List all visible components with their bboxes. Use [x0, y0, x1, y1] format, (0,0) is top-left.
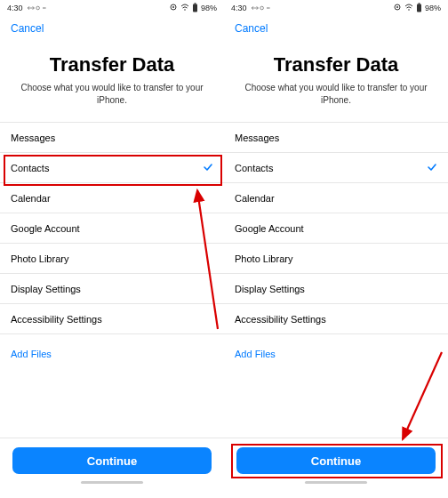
svg-point-8 [396, 6, 398, 8]
add-files-button[interactable]: Add Files [224, 334, 448, 359]
title-block: Transfer Data Choose what you would like… [224, 36, 448, 122]
list-item-calendar[interactable]: Calendar [224, 182, 448, 213]
list-item-accessibility-settings[interactable]: Accessibility Settings [224, 303, 448, 334]
list-item-messages[interactable]: Messages [0, 122, 224, 152]
list-label: Display Settings [11, 284, 81, 294]
list-item-photo-library[interactable]: Photo Library [0, 243, 224, 273]
list-label: Photo Library [11, 253, 68, 264]
page-title: Transfer Data [238, 53, 434, 76]
status-right: 98% [169, 3, 217, 14]
list-label: Google Account [235, 223, 304, 234]
wifi-icon [180, 3, 189, 13]
svg-point-3 [184, 9, 186, 11]
battery-icon [192, 3, 198, 14]
add-files-button[interactable]: Add Files [0, 334, 224, 359]
home-indicator [81, 481, 143, 484]
list-label: Messages [235, 133, 279, 143]
header: Cancel [0, 16, 224, 36]
battery-pct: 98% [201, 4, 217, 12]
wifi-icon [404, 3, 413, 13]
list-item-accessibility-settings[interactable]: Accessibility Settings [0, 303, 224, 334]
continue-button[interactable]: Continue [12, 447, 212, 474]
home-indicator [305, 481, 367, 484]
page-subtitle: Choose what you would like to transfer t… [238, 82, 434, 106]
list-label: Accessibility Settings [11, 314, 102, 325]
phone-screen-right: 4:30 [224, 0, 448, 498]
list-label: Accessibility Settings [235, 314, 326, 325]
status-left: 4:30 [231, 4, 272, 12]
header: Cancel [224, 16, 448, 36]
list-label: Calendar [235, 193, 275, 204]
svg-rect-4 [193, 4, 197, 12]
list-label: Calendar [11, 193, 51, 204]
checkmark-icon [427, 162, 437, 174]
status-bar: 4:30 [224, 0, 448, 16]
title-block: Transfer Data Choose what you would like… [0, 36, 224, 122]
list-item-messages[interactable]: Messages [224, 122, 448, 152]
list-label: Contacts [235, 163, 273, 173]
list-item-display-settings[interactable]: Display Settings [0, 273, 224, 303]
battery-pct: 98% [425, 4, 441, 12]
svg-point-2 [172, 6, 174, 8]
status-time: 4:30 [231, 4, 247, 12]
footer: Continue [0, 438, 224, 498]
list-label: Contacts [11, 163, 49, 173]
svg-rect-5 [194, 3, 196, 4]
status-right: 98% [393, 3, 441, 14]
list-label: Messages [11, 133, 55, 143]
status-left: 4:30 [7, 4, 48, 12]
list-item-display-settings[interactable]: Display Settings [224, 273, 448, 303]
footer: Continue [224, 438, 448, 498]
cancel-button[interactable]: Cancel [11, 22, 44, 35]
continue-button[interactable]: Continue [236, 447, 436, 474]
status-bar: 4:30 [0, 0, 224, 16]
cancel-button[interactable]: Cancel [235, 22, 268, 35]
checkmark-icon [203, 162, 213, 174]
status-net-icons [251, 4, 272, 12]
svg-point-9 [408, 9, 410, 11]
eye-icon [169, 3, 178, 13]
list-label: Google Account [11, 223, 80, 234]
transfer-list: Messages Contacts Calendar Google Accoun… [0, 122, 224, 334]
list-label: Photo Library [235, 253, 292, 264]
svg-rect-6 [260, 6, 263, 10]
list-item-photo-library[interactable]: Photo Library [224, 243, 448, 273]
list-item-google-account[interactable]: Google Account [0, 213, 224, 243]
page-subtitle: Choose what you would like to transfer t… [14, 82, 210, 106]
phone-screen-left: 4:30 [0, 0, 224, 498]
list-item-google-account[interactable]: Google Account [224, 213, 448, 243]
list-item-contacts[interactable]: Contacts [0, 152, 224, 182]
status-net-icons [27, 4, 48, 12]
svg-rect-0 [36, 6, 39, 10]
list-item-calendar[interactable]: Calendar [0, 182, 224, 213]
battery-icon [416, 3, 422, 14]
svg-rect-10 [417, 4, 421, 12]
svg-rect-11 [418, 3, 420, 4]
list-label: Display Settings [235, 284, 305, 294]
eye-icon [393, 3, 402, 13]
list-item-contacts[interactable]: Contacts [224, 152, 448, 182]
status-time: 4:30 [7, 4, 23, 12]
page-title: Transfer Data [14, 53, 210, 76]
transfer-list: Messages Contacts Calendar Google Accoun… [224, 122, 448, 334]
